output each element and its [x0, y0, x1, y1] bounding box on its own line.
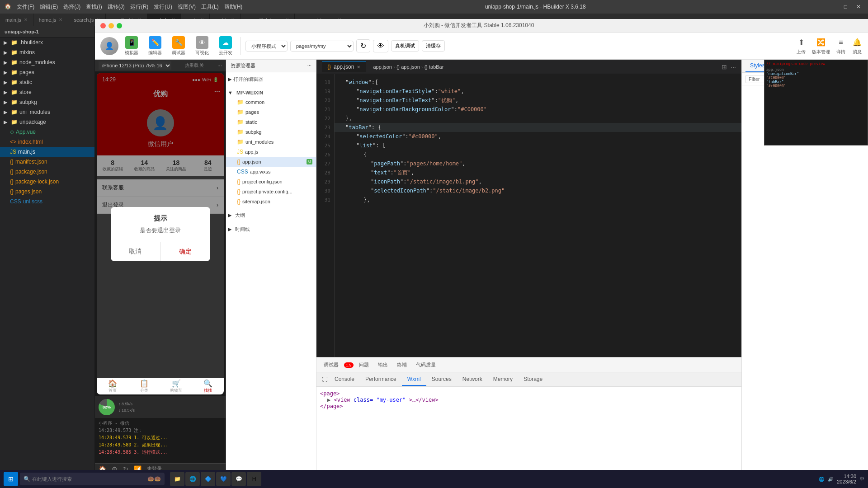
taskbar-search[interactable]: 🔍 在此键入进行搜索 🍩🍩 — [20, 473, 165, 485]
tab-close-icon[interactable]: ✕ — [59, 17, 62, 22]
more-icon[interactable]: ··· — [731, 63, 736, 70]
tree-item-uni-modules[interactable]: ▶ 📁 uni_modules — [0, 107, 94, 117]
dialog-confirm-button[interactable]: 确定 — [160, 242, 210, 261]
refresh-button[interactable]: ↻ — [356, 39, 370, 52]
split-editor-icon[interactable]: ⊞ — [722, 63, 727, 70]
real-device-button[interactable]: 真机调试 — [391, 40, 419, 52]
tree-item-packagejson[interactable]: {} package.json — [0, 167, 94, 177]
menu-jump[interactable]: 跳转(J) — [108, 3, 125, 11]
devtools-expand-icon[interactable]: ⛶ — [320, 376, 329, 383]
explorer-uni-modules[interactable]: 📁 uni_modules — [226, 137, 316, 147]
explorer-project-config[interactable]: {} project.config.json — [226, 177, 316, 187]
open-editors-toggle[interactable]: ▶ 打开的编辑器 — [226, 74, 316, 84]
tree-item-static[interactable]: ▶ 📁 static — [0, 77, 94, 87]
explorer-app-js[interactable]: JS app.js — [226, 147, 316, 157]
tabbar-home[interactable]: 🏠 首页 — [97, 378, 128, 394]
tab-main-js-1[interactable]: main.js ✕ — [0, 14, 33, 26]
wechat-window-controls[interactable] — [100, 23, 122, 28]
menu-file[interactable]: 文件(F) — [17, 3, 34, 11]
menu-select[interactable]: 选择(J) — [63, 3, 80, 11]
debugger-tab-problems[interactable]: 问题 — [355, 361, 373, 368]
explorer-app-json[interactable]: {} app.json M — [226, 157, 316, 167]
cloud-btn[interactable]: ☁ 云开发 — [215, 34, 236, 58]
taskbar-hbuilder[interactable]: H — [247, 472, 261, 486]
mp-weixin-toggle[interactable]: ▼ MP-WEIXIN — [226, 88, 316, 97]
debugger-btn[interactable]: 🔧 调试器 — [168, 34, 189, 58]
taskbar-wechat[interactable]: 💬 — [231, 472, 246, 486]
editor-btn[interactable]: ✏️ 编辑器 — [145, 34, 165, 58]
search-placeholder[interactable]: 在此键入进行搜索 — [32, 476, 72, 483]
menu-edit[interactable]: 编辑(E) — [40, 3, 58, 11]
tree-item-subpkg[interactable]: ▶ 📁 subpkg — [0, 97, 94, 107]
timeline-toggle[interactable]: ▶ 时间线 — [226, 224, 316, 235]
path-selector[interactable]: pages/my/my — [290, 41, 354, 52]
explorer-menu-icon[interactable]: ··· — [307, 62, 311, 69]
window-controls[interactable]: ─ □ ✕ — [828, 3, 863, 11]
device-select[interactable]: iPhone 12/13 (Pro) 75% 16 — [99, 61, 171, 70]
wechat-minimize-button[interactable] — [108, 23, 114, 28]
debugger-tab-output[interactable]: 输出 — [374, 361, 392, 368]
upload-button[interactable]: ⬆ 上传 — [796, 37, 807, 55]
menu-run[interactable]: 运行(R) — [130, 3, 149, 11]
editor-active-tab[interactable]: {} app.json ✕ — [322, 61, 366, 72]
cache-clear-button[interactable]: 清缓存 — [422, 40, 445, 52]
notifications-button[interactable]: 🔔 消息 — [852, 37, 863, 55]
explorer-project-private[interactable]: {} project.private.config... — [226, 187, 316, 197]
menu-tools[interactable]: 工具(L) — [201, 3, 219, 11]
explorer-static[interactable]: 📁 static — [226, 117, 316, 127]
tree-item-indexhtml[interactable]: <> index.html — [0, 137, 94, 147]
explorer-pages[interactable]: 📁 pages — [226, 107, 316, 117]
tab-close-icon[interactable]: ✕ — [357, 65, 360, 70]
menu-find[interactable]: 查找(I) — [86, 3, 102, 11]
maximize-button[interactable]: □ — [841, 3, 850, 11]
tree-item-node-modules[interactable]: ▶ 📁 node_modules — [0, 57, 94, 67]
tree-item-store[interactable]: ▶ 📁 store — [0, 87, 94, 97]
subtab-sources[interactable]: Sources — [426, 373, 457, 386]
tab-home-js[interactable]: home.js ✕ — [33, 14, 69, 26]
taskbar-files[interactable]: 📁 — [170, 472, 184, 486]
minimize-button[interactable]: ─ — [828, 3, 838, 11]
start-button[interactable]: ⊞ — [4, 472, 18, 486]
tabbar-cart[interactable]: 🛒 购物车 — [160, 378, 192, 394]
subtab-storage[interactable]: Storage — [518, 373, 548, 386]
subtab-memory[interactable]: Memory — [488, 373, 518, 386]
wechat-close-button[interactable] — [100, 23, 106, 28]
menu-view[interactable]: 视图(V) — [178, 3, 196, 11]
debugger-tab-main[interactable]: 调试器 — [320, 361, 342, 368]
title-menu[interactable]: 🏠 文件(F) 编辑(E) 选择(J) 查找(I) 跳转(J) 运行(R) 发行… — [5, 3, 242, 11]
subtab-network[interactable]: Network — [457, 373, 488, 386]
menu-publish[interactable]: 发行(U) — [154, 3, 172, 11]
explorer-app-wxss[interactable]: CSS app.wxss — [226, 167, 316, 177]
simulator-btn[interactable]: 📱 模拟器 — [121, 34, 142, 58]
subtab-wxml[interactable]: Wxml — [402, 373, 426, 386]
close-button[interactable]: ✕ — [854, 3, 863, 11]
dialog-cancel-button[interactable]: 取消 — [111, 242, 161, 261]
subtab-performance[interactable]: Performance — [360, 373, 402, 386]
tree-item-appvue[interactable]: ◇ App.vue — [0, 127, 94, 137]
mode-selector[interactable]: 小程序模式 — [245, 41, 288, 52]
tree-item-manifestjson[interactable]: {} manifest.json — [0, 157, 94, 167]
version-management-button[interactable]: 🔀 版本管理 — [812, 37, 830, 55]
explorer-common[interactable]: 📁 common — [226, 97, 316, 107]
details-button[interactable]: ≡ 详情 — [835, 37, 846, 55]
tree-item-pagesjson[interactable]: {} pages.json — [0, 187, 94, 197]
tree-item-pages[interactable]: ▶ 📁 pages — [0, 67, 94, 77]
tree-item-packagelockjson[interactable]: {} package-lock.json — [0, 177, 94, 187]
taskbar-chrome[interactable]: 🌐 — [185, 472, 200, 486]
preview-button[interactable]: 👁 — [373, 40, 388, 52]
tree-item-mixins[interactable]: ▶ 📁 mixins — [0, 47, 94, 57]
visual-btn[interactable]: 👁 可视化 — [192, 34, 212, 58]
more-icon[interactable]: ··· — [217, 62, 222, 69]
explorer-subpkg[interactable]: 📁 subpkg — [226, 127, 316, 137]
tree-item-hbuilderx[interactable]: ▶ 📁 .hbuilderx — [0, 38, 94, 47]
taskbar-vscode[interactable]: 💙 — [216, 472, 231, 486]
tree-item-unpackage[interactable]: ▶ 📁 unpackage — [0, 117, 94, 127]
taskbar-edge[interactable]: 🔷 — [201, 472, 215, 486]
hot-reload-toggle[interactable]: 热重载 关 — [185, 62, 204, 69]
tab-close-icon[interactable]: ✕ — [24, 17, 28, 22]
expand-toggle[interactable]: ▶ — [327, 397, 330, 403]
debugger-tab-codequality[interactable]: 代码质量 — [412, 361, 439, 368]
debugger-tab-terminal[interactable]: 终端 — [393, 361, 410, 368]
tabbar-category[interactable]: 📋 分类 — [128, 378, 160, 394]
explorer-sitemap[interactable]: {} sitemap.json — [226, 197, 316, 206]
